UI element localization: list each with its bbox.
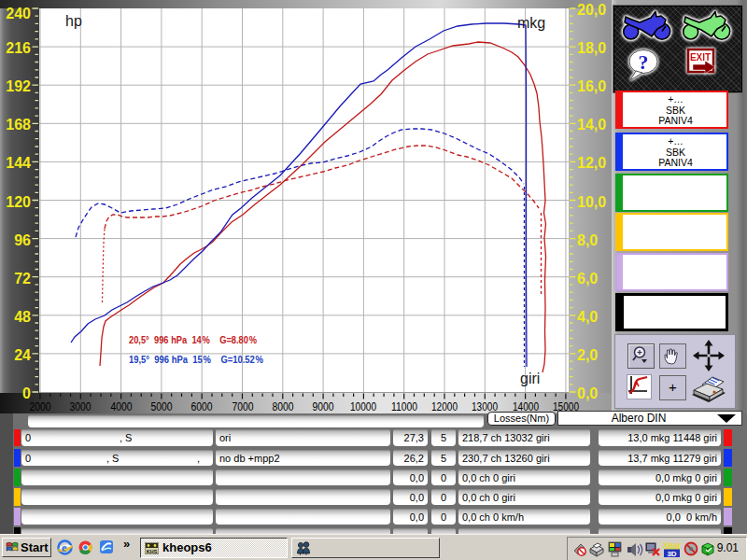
svg-text:mkg: mkg: [517, 15, 545, 31]
svg-text:12,0: 12,0: [577, 155, 606, 171]
svg-text:0: 0: [22, 385, 31, 401]
svg-text:10,0: 10,0: [577, 194, 606, 210]
svg-text:20,0: 20,0: [577, 2, 606, 18]
svg-text:24: 24: [14, 347, 31, 363]
svg-text:2000: 2000: [30, 400, 51, 413]
svg-text:168: 168: [6, 117, 31, 133]
svg-text:72: 72: [14, 271, 31, 287]
svg-text:19,5° 996 hPa 15 % G=10.5: 19,5° 996 hPa 15 % G=10.52 %: [129, 354, 264, 365]
svg-text:8,0: 8,0: [577, 232, 598, 248]
svg-text:16,0: 16,0: [577, 78, 606, 94]
svg-text:0,0: 0,0: [577, 385, 598, 401]
svg-text:3D: 3D: [667, 550, 676, 558]
svg-text:9000: 9000: [313, 400, 334, 413]
svg-text:144: 144: [6, 155, 31, 171]
svg-text:?: ?: [639, 50, 649, 74]
svg-text:120: 120: [6, 194, 31, 210]
svg-text:e: e: [62, 541, 67, 554]
svg-text:4,0: 4,0: [577, 309, 598, 325]
svg-text:7000: 7000: [233, 400, 254, 413]
svg-text:192: 192: [6, 78, 31, 94]
svg-text:EXIT: EXIT: [690, 52, 711, 63]
svg-text:6,0: 6,0: [577, 271, 598, 287]
svg-text:6000: 6000: [191, 400, 213, 413]
svg-text:3000: 3000: [70, 400, 92, 413]
svg-text:20,5° 996 hPa 14 % G=8.80: 20,5° 996 hPa 14 % G=8.80 %: [129, 334, 258, 345]
svg-text:48: 48: [14, 309, 31, 325]
svg-text:5000: 5000: [151, 400, 173, 413]
svg-text:hp: hp: [65, 13, 82, 29]
svg-text:KHS: KHS: [147, 549, 158, 554]
svg-text:18,0: 18,0: [577, 40, 606, 56]
svg-text:96: 96: [14, 232, 31, 248]
svg-text:10000: 10000: [350, 400, 376, 413]
svg-text:4000: 4000: [111, 400, 133, 413]
svg-text:11000: 11000: [391, 400, 417, 413]
svg-text:8000: 8000: [273, 400, 294, 413]
svg-text:giri: giri: [520, 371, 540, 386]
svg-text:14,0: 14,0: [577, 117, 606, 133]
svg-text:216: 216: [6, 40, 31, 56]
svg-text:12000: 12000: [431, 400, 458, 413]
svg-text:240: 240: [6, 6, 31, 21]
svg-text:2,0: 2,0: [577, 347, 598, 363]
